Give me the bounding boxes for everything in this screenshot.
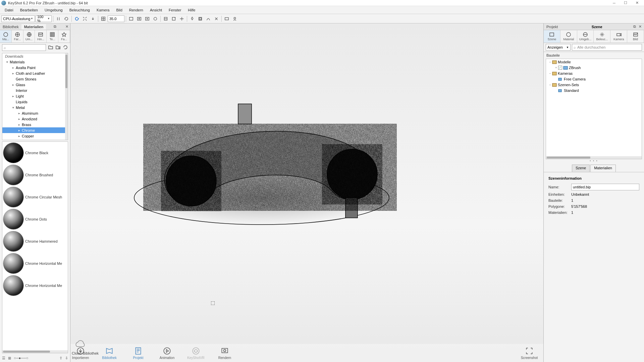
tool-6-button[interactable] bbox=[205, 15, 212, 22]
tree-downloads[interactable]: Downloads bbox=[2, 53, 68, 59]
btn-animation[interactable]: Animation bbox=[157, 347, 177, 360]
tree-item[interactable]: ▸Copper bbox=[2, 133, 68, 139]
node-modelle[interactable]: −Modelle bbox=[546, 59, 642, 65]
folder-icon[interactable] bbox=[55, 45, 61, 51]
node-zbrush[interactable]: +✓ZBrush bbox=[546, 65, 642, 70]
refresh-button[interactable] bbox=[63, 15, 70, 22]
tool-8-button[interactable] bbox=[223, 15, 230, 22]
view-4-button[interactable] bbox=[152, 15, 159, 22]
tree-item[interactable]: ▸Brass bbox=[2, 122, 68, 127]
undock-icon[interactable]: ⧉ bbox=[52, 24, 58, 29]
scene-name-field[interactable]: untitled.bip bbox=[571, 184, 639, 190]
undock-right-icon[interactable]: ⧉ bbox=[633, 24, 639, 29]
tree-item[interactable]: Interior bbox=[2, 87, 68, 93]
rcat-umgebung[interactable]: Umgeb... bbox=[577, 30, 594, 43]
focal-length-field[interactable]: 35.0 bbox=[108, 15, 124, 22]
list-view-icon[interactable]: ☰ bbox=[2, 356, 5, 360]
menu-fenster[interactable]: Fenster bbox=[165, 7, 184, 13]
tab-materialien[interactable]: Materialien bbox=[21, 24, 46, 29]
thumb-chrome-horiz1[interactable]: Chrome Horizontal Me bbox=[2, 252, 68, 275]
rcat-kamera[interactable]: Kamera bbox=[610, 30, 627, 43]
down-button[interactable] bbox=[89, 15, 97, 22]
zoom-slider[interactable]: ○─●──○ bbox=[14, 356, 57, 360]
scene-search-input[interactable]: ⌕ Alle durchsuchen bbox=[572, 44, 642, 51]
view-1-button[interactable] bbox=[127, 15, 135, 22]
tree-scrollbar[interactable] bbox=[65, 55, 67, 88]
btn-projekt[interactable]: Projekt bbox=[128, 347, 148, 360]
thumb-scrollbar[interactable] bbox=[3, 351, 50, 353]
cat-favorites[interactable]: Fa... bbox=[58, 30, 70, 43]
tab-projekt[interactable]: Projekt bbox=[544, 24, 560, 29]
menu-beleuchtung[interactable]: Beleuchtung bbox=[66, 7, 93, 13]
menu-hilfe[interactable]: Hilfe bbox=[184, 7, 199, 13]
menu-kamera[interactable]: Kamera bbox=[93, 7, 113, 13]
reload-button[interactable] bbox=[73, 15, 80, 22]
tool-1-button[interactable] bbox=[162, 15, 169, 22]
tab-bibliothek[interactable]: Bibliothek bbox=[0, 24, 21, 29]
thumb-chrome-dots[interactable]: Chrome Dots bbox=[2, 208, 68, 230]
btn-screenshot[interactable]: Screenshot bbox=[519, 347, 539, 360]
node-szenen-sets[interactable]: −Szenen-Sets bbox=[546, 82, 642, 87]
cat-environments[interactable]: Um... bbox=[23, 30, 35, 43]
cat-textures[interactable]: Te... bbox=[47, 30, 58, 43]
tree-item[interactable]: Liquids bbox=[2, 99, 68, 105]
tree-item[interactable]: ▸Axalta Paint bbox=[2, 65, 68, 70]
view-2-button[interactable] bbox=[136, 15, 143, 22]
node-kameras[interactable]: −Kameras bbox=[546, 70, 642, 76]
tool-3-button[interactable] bbox=[178, 15, 185, 22]
btn-rendern[interactable]: Rendern bbox=[215, 347, 235, 360]
tree-item[interactable]: ▸Light bbox=[2, 93, 68, 99]
menu-rendern[interactable]: Rendern bbox=[126, 7, 147, 13]
subtab-szene[interactable]: Szene bbox=[572, 165, 590, 172]
menu-umgebung[interactable]: Umgebung bbox=[41, 7, 66, 13]
view-3-button[interactable] bbox=[144, 15, 151, 22]
fit-button[interactable] bbox=[81, 15, 89, 22]
tool-5-button[interactable] bbox=[197, 15, 204, 22]
material-tree[interactable]: Downloads ▾Materials ▸Axalta Paint ▸Clot… bbox=[2, 53, 68, 140]
tool-2-button[interactable] bbox=[170, 15, 177, 22]
tree-materials[interactable]: ▾Materials bbox=[2, 59, 68, 65]
tree-item[interactable]: ▸Nickel bbox=[2, 139, 68, 140]
anzeigen-combo[interactable]: Anzeigen▼ bbox=[546, 44, 571, 51]
node-standard[interactable]: Standard bbox=[546, 87, 642, 93]
menu-ansicht[interactable]: Ansicht bbox=[147, 7, 165, 13]
tree-chrome[interactable]: ▸Chrome bbox=[2, 127, 68, 133]
cat-backplates[interactable]: Hin... bbox=[35, 30, 47, 43]
thumb-chrome-mesh[interactable]: Chrome Circular Mesh bbox=[2, 186, 68, 208]
render-viewport[interactable]: ⬚ Importieren Bibliothek Projekt Animati… bbox=[70, 23, 543, 362]
cpu-usage-combo[interactable]: CPU-Auslastung▼ bbox=[1, 15, 35, 22]
tree-item[interactable]: ▸Glass bbox=[2, 82, 68, 87]
cpu-percent-combo[interactable]: 100 %▼ bbox=[36, 15, 52, 22]
scene-tree[interactable]: −Modelle +✓ZBrush −Kameras Free Camera −… bbox=[546, 59, 642, 159]
pause-button[interactable] bbox=[55, 15, 62, 22]
scene-tree-scrollbar[interactable] bbox=[547, 157, 590, 159]
thumb-chrome-brushed[interactable]: Chrome Brushed bbox=[2, 164, 68, 186]
grid-view-icon[interactable]: ⊞ bbox=[8, 356, 11, 360]
tree-item[interactable]: ▸Cloth and Leather bbox=[2, 70, 68, 76]
cat-colors[interactable]: Far... bbox=[12, 30, 23, 43]
menu-datei[interactable]: Datei bbox=[1, 7, 17, 13]
cloud-library[interactable]: Cloud-Bibliothek bbox=[72, 339, 105, 355]
upload-icon[interactable]: ⇧ bbox=[59, 356, 62, 360]
download-icon[interactable]: ⇩ bbox=[65, 356, 68, 360]
tool-7-button[interactable] bbox=[213, 15, 220, 22]
refresh-library-icon[interactable] bbox=[63, 45, 68, 51]
subtab-materialien[interactable]: Materialien bbox=[590, 165, 616, 172]
library-search-input[interactable]: ⌕ bbox=[2, 44, 46, 51]
close-panel-icon[interactable]: ✕ bbox=[64, 24, 70, 29]
rcat-bild[interactable]: Bild bbox=[627, 30, 644, 43]
cat-materials[interactable]: Ma... bbox=[0, 30, 12, 43]
thumb-chrome-black[interactable]: Chrome Black bbox=[2, 142, 68, 164]
tree-item[interactable]: ▸Aluminum bbox=[2, 110, 68, 116]
grid-button[interactable] bbox=[100, 15, 107, 22]
close-right-icon[interactable]: ✕ bbox=[639, 24, 644, 29]
rcat-beleuchtung[interactable]: Beleuc... bbox=[594, 30, 610, 43]
tree-item[interactable]: ▸Anodized bbox=[2, 116, 68, 122]
tree-item[interactable]: Gem Stones bbox=[2, 76, 68, 82]
node-free-camera[interactable]: Free Camera bbox=[546, 76, 642, 82]
close-button[interactable]: ✕ bbox=[631, 0, 643, 6]
tree-metal[interactable]: ▾Metal bbox=[2, 105, 68, 110]
thumb-chrome-hammered[interactable]: Chrome Hammered bbox=[2, 230, 68, 252]
menu-bearbeiten[interactable]: Bearbeiten bbox=[17, 7, 41, 13]
tool-4-button[interactable] bbox=[189, 15, 196, 22]
